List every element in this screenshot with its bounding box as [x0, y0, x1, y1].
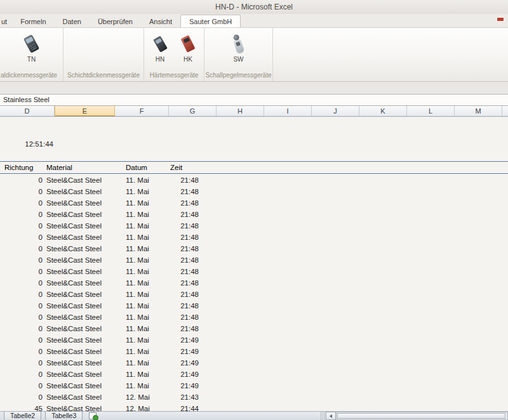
cell-richtung: 0: [0, 197, 44, 209]
column-header-j[interactable]: J: [312, 106, 359, 116]
cell-richtung: 0: [0, 380, 44, 391]
cell-datum: 11. Mai: [126, 357, 170, 369]
ribbon-button-label: TN: [27, 56, 36, 63]
cell-richtung: 0: [0, 220, 44, 232]
cell-datum: 11. Mai: [126, 220, 170, 232]
cell-zeit: 21:48: [170, 277, 201, 289]
column-header-f[interactable]: F: [115, 106, 169, 116]
table-row[interactable]: 0 Steel&Cast Steel 11. Mai 21:48: [0, 220, 508, 232]
hn-device-icon: [149, 34, 171, 54]
tab-ansicht[interactable]: Ansicht: [141, 15, 180, 27]
column-header-partial[interactable]: [502, 106, 508, 116]
cell-richtung: 0: [0, 186, 44, 197]
cell-zeit: 21:44: [170, 403, 201, 411]
column-header-e-selected[interactable]: E: [55, 106, 115, 116]
horizontal-scrollbar[interactable]: [336, 412, 508, 420]
sheet-grid[interactable]: 12:51:44 Richtung Material Datum Zeit 0 …: [0, 117, 508, 411]
cell-richtung: 0: [0, 369, 44, 380]
cell-material: Steel&Cast Steel: [44, 357, 126, 369]
table-row[interactable]: 0 Steel&Cast Steel 11. Mai 21:48: [0, 312, 508, 323]
column-header-k[interactable]: K: [359, 106, 407, 116]
table-row[interactable]: 0 Steel&Cast Steel 11. Mai 21:48: [0, 174, 508, 186]
cell-datum: 11. Mai: [126, 232, 170, 243]
cell-datum: 11. Mai: [126, 277, 170, 289]
header-datum: Datum: [126, 162, 170, 173]
cell-datum: 11. Mai: [126, 312, 170, 323]
cell-datum: 11. Mai: [126, 380, 170, 391]
excel-window: HN-D - Microsoft Excel ut Formeln Daten …: [0, 0, 508, 420]
ribbon-group-schallpegel: SW Schallpegelmessgeräte: [204, 28, 273, 81]
cell-datum: 12. Mai: [126, 403, 170, 411]
ribbon-group-haerte: HN HK Härtemessgeräte: [144, 28, 204, 81]
cell-material: Steel&Cast Steel: [44, 312, 126, 323]
tab-layout-partial[interactable]: ut: [0, 15, 12, 27]
cell-zeit: 21:48: [170, 220, 201, 232]
close-button-partial[interactable]: [497, 18, 504, 21]
ribbon-empty-area: [273, 28, 508, 81]
cell-material: Steel&Cast Steel: [44, 277, 126, 289]
table-row[interactable]: 0 Steel&Cast Steel 12. Mai 21:43: [0, 391, 508, 403]
table-row[interactable]: 0 Steel&Cast Steel 11. Mai 21:48: [0, 323, 508, 334]
cell-material: Steel&Cast Steel: [44, 220, 126, 232]
table-row[interactable]: 0 Steel&Cast Steel 11. Mai 21:48: [0, 209, 508, 220]
cell-richtung: 0: [0, 277, 44, 289]
cell-zeit: 21:48: [170, 289, 201, 300]
cell-material: Steel&Cast Steel: [44, 380, 126, 391]
tab-sauter-gmbh[interactable]: Sauter GmbH: [180, 15, 241, 27]
cell-datum: 12. Mai: [126, 391, 170, 403]
ribbon-button-tn[interactable]: TN: [19, 34, 44, 63]
sheet-tab-tabelle2[interactable]: Tabelle2: [4, 412, 41, 420]
cell-zeit: 21:48: [170, 209, 201, 220]
table-row[interactable]: 0 Steel&Cast Steel 11. Mai 21:48: [0, 289, 508, 300]
cell-zeit: 21:49: [170, 357, 201, 369]
tab-daten[interactable]: Daten: [55, 15, 90, 27]
cell-zeit: 21:48: [170, 266, 201, 277]
cell-datum: 11. Mai: [126, 174, 170, 186]
column-header-g[interactable]: G: [169, 106, 217, 116]
ribbon-button-sw[interactable]: SW: [226, 34, 251, 63]
column-header-m[interactable]: M: [455, 106, 502, 116]
table-row[interactable]: 0 Steel&Cast Steel 11. Mai 21:48: [0, 300, 508, 312]
sheet-tab-tabelle3[interactable]: Tabelle3: [45, 412, 83, 420]
column-header-h[interactable]: H: [217, 106, 264, 116]
scrollbar-thumb[interactable]: [337, 413, 505, 419]
cell-datum: 11. Mai: [126, 323, 170, 334]
table-row[interactable]: 0 Steel&Cast Steel 11. Mai 21:48: [0, 266, 508, 277]
cell-richtung: 0: [0, 312, 44, 323]
cell-zeit: 21:43: [170, 391, 201, 403]
tab-formeln[interactable]: Formeln: [12, 15, 54, 27]
insert-sheet-icon[interactable]: [89, 412, 97, 419]
formula-bar[interactable]: Stainless Steel: [0, 94, 508, 106]
tab-scrollbar-splitter[interactable]: [321, 412, 326, 420]
column-header-l[interactable]: L: [407, 106, 455, 116]
cell-zeit: 21:49: [170, 334, 201, 346]
cell-material: Steel&Cast Steel: [44, 266, 126, 277]
cell-material: Steel&Cast Steel: [44, 334, 126, 346]
cell-datum: 11. Mai: [126, 334, 170, 346]
table-row[interactable]: 45 Steel&Cast Steel 12. Mai 21:44: [0, 403, 508, 411]
scroll-left-button[interactable]: [326, 412, 336, 420]
table-row[interactable]: 0 Steel&Cast Steel 11. Mai 21:48: [0, 186, 508, 197]
table-row[interactable]: 0 Steel&Cast Steel 11. Mai 21:49: [0, 369, 508, 380]
table-row[interactable]: 0 Steel&Cast Steel 11. Mai 21:48: [0, 232, 508, 243]
table-row[interactable]: 0 Steel&Cast Steel 11. Mai 21:48: [0, 254, 508, 266]
table-row[interactable]: 0 Steel&Cast Steel 11. Mai 21:48: [0, 197, 508, 209]
ribbon-button-hk[interactable]: HK: [175, 34, 201, 63]
cell-zeit: 21:48: [170, 197, 201, 209]
cell-zeit: 21:48: [170, 174, 201, 186]
cell-richtung: 0: [0, 300, 44, 312]
tab-ueberpruefen[interactable]: Überprüfen: [90, 15, 141, 27]
cell-datum: 11. Mai: [126, 289, 170, 300]
ribbon-button-hn[interactable]: HN: [147, 34, 173, 63]
table-row[interactable]: 0 Steel&Cast Steel 11. Mai 21:49: [0, 334, 508, 346]
table-row[interactable]: 0 Steel&Cast Steel 11. Mai 21:49: [0, 357, 508, 369]
ribbon-group-schichtdicke: Schichtdickenmessgeräte: [64, 28, 144, 81]
table-row[interactable]: 0 Steel&Cast Steel 11. Mai 21:49: [0, 380, 508, 391]
ribbon: TN aldickenmessgeräte Schichtdickenmessg…: [0, 27, 508, 82]
column-header-d[interactable]: D: [0, 106, 55, 116]
cell-current-time[interactable]: 12:51:44: [0, 138, 55, 150]
table-row[interactable]: 0 Steel&Cast Steel 11. Mai 21:48: [0, 277, 508, 289]
table-row[interactable]: 0 Steel&Cast Steel 11. Mai 21:49: [0, 346, 508, 357]
table-row[interactable]: 0 Steel&Cast Steel 11. Mai 21:48: [0, 243, 508, 254]
column-header-i[interactable]: I: [264, 106, 312, 116]
